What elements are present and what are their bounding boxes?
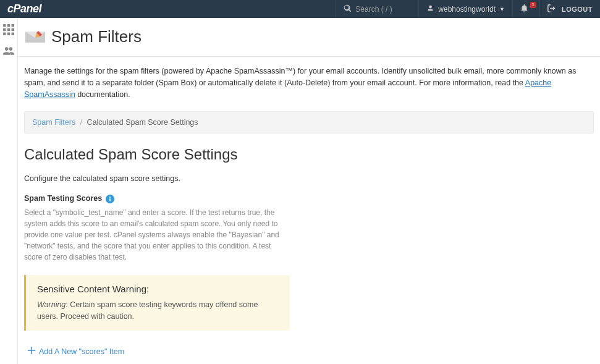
warning-title: Sensitive Content Warning:: [37, 284, 279, 294]
logout-label: LOGOUT: [562, 6, 593, 13]
logo-text: cPanel: [7, 2, 41, 15]
breadcrumb-current: Calculated Spam Score Settings: [87, 118, 198, 127]
svg-rect-2: [12, 24, 15, 27]
svg-rect-0: [3, 24, 6, 27]
page-title: Spam Filters: [51, 27, 142, 46]
left-rail: [0, 18, 17, 364]
svg-rect-1: [7, 24, 11, 27]
field-help-text: Select a "symbolic_test_name" and enter …: [24, 207, 290, 263]
logo[interactable]: cPanel: [0, 2, 49, 15]
logout-button[interactable]: LOGOUT: [539, 0, 600, 18]
breadcrumb-parent[interactable]: Spam Filters: [32, 118, 75, 127]
bell-icon: 1: [520, 4, 532, 14]
plus-icon: [28, 347, 39, 356]
top-bar: cPanel webhostingworldt ▼ 1 LOGOUT: [0, 0, 600, 18]
apps-icon[interactable]: [3, 24, 14, 37]
warning-box: Sensitive Content Warning: Warning: Cert…: [24, 275, 290, 331]
add-scores-item-link[interactable]: Add A New "scores" Item: [28, 347, 124, 356]
svg-rect-8: [12, 33, 15, 36]
svg-point-11: [109, 197, 111, 198]
field-label: Spam Testing Scores: [24, 194, 594, 203]
info-icon[interactable]: [106, 195, 114, 203]
section-description: Configure the calculated spam score sett…: [24, 174, 594, 183]
page-header: Spam Filters: [18, 18, 600, 57]
search-box[interactable]: [336, 0, 418, 18]
user-icon: [426, 4, 438, 14]
users-icon[interactable]: [3, 46, 14, 59]
svg-rect-3: [3, 28, 6, 32]
logout-icon: [547, 4, 559, 14]
search-icon: [344, 4, 355, 14]
intro-text: Manage the settings for the spam filters…: [24, 66, 594, 100]
username: webhostingworldt: [438, 5, 496, 14]
warning-body: Warning: Certain spam score testing keyw…: [37, 299, 279, 323]
svg-rect-5: [12, 28, 15, 32]
user-menu[interactable]: webhostingworldt ▼: [418, 0, 512, 18]
notification-badge: 1: [530, 2, 535, 8]
breadcrumb-separator: /: [80, 118, 82, 127]
svg-rect-10: [109, 198, 111, 201]
svg-rect-7: [7, 33, 11, 36]
svg-rect-6: [3, 33, 6, 36]
chevron-down-icon: ▼: [499, 6, 505, 12]
notifications-button[interactable]: 1: [512, 0, 539, 18]
svg-rect-4: [7, 28, 11, 32]
section-title: Calculated Spam Score Settings: [24, 146, 594, 163]
breadcrumb: Spam Filters / Calculated Spam Score Set…: [24, 111, 594, 133]
envelope-edit-icon: [24, 25, 46, 48]
search-input[interactable]: [355, 5, 411, 14]
